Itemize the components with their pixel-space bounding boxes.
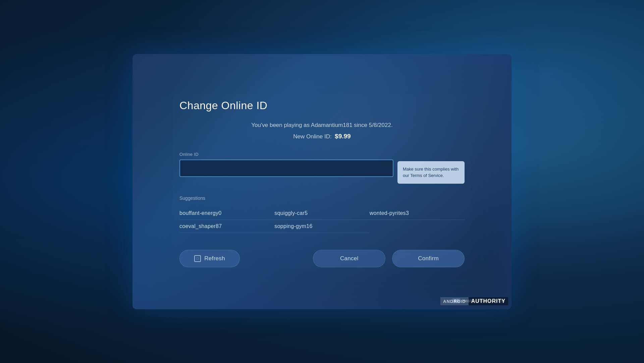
cancel-button[interactable]: Cancel — [313, 250, 385, 267]
suggestion-item-2[interactable]: wonted-pyrites3 — [370, 207, 465, 220]
watermark-suffix: AUTHORITY — [469, 297, 508, 305]
subtitle-text: You've been playing as Adamantium181 sin… — [179, 122, 465, 129]
suggestions-grid: bouffant-energy0 squiggly-car5 wonted-py… — [179, 207, 465, 233]
input-section: Online ID Make sure this complies with o… — [179, 152, 465, 184]
suggestion-item-0[interactable]: bouffant-energy0 — [179, 207, 274, 220]
square-icon: □ — [194, 255, 201, 262]
background: Change Online ID You've been playing as … — [0, 0, 644, 363]
price-value: $9.99 — [335, 133, 351, 140]
price-row: New Online ID: $9.99 — [179, 133, 465, 140]
tv-frame: Change Online ID You've been playing as … — [132, 54, 512, 309]
watermark: ANDROID AUTHORITY — [440, 297, 508, 305]
suggestions-section: Suggestions bouffant-energy0 squiggly-ca… — [179, 195, 465, 233]
refresh-label: Refresh — [204, 255, 225, 262]
suggestion-item-1[interactable]: squiggly-car5 — [274, 207, 369, 220]
confirm-button[interactable]: Confirm — [392, 250, 465, 267]
online-id-input[interactable] — [179, 160, 393, 177]
refresh-button[interactable]: □ Refresh — [179, 250, 240, 267]
suggestions-label: Suggestions — [179, 195, 465, 201]
watermark-prefix: ANDROID — [440, 297, 469, 305]
input-group: Online ID — [179, 152, 393, 177]
tooltip-box: Make sure this complies with our Terms o… — [397, 161, 465, 184]
page-title: Change Online ID — [179, 99, 465, 112]
buttons-row: □ Refresh Cancel Confirm — [179, 250, 465, 267]
suggestion-item-empty — [370, 220, 465, 233]
new-id-label: New Online ID: — [293, 133, 331, 140]
change-online-id-dialog: Change Online ID You've been playing as … — [163, 86, 481, 277]
suggestion-item-4[interactable]: sopping-gym16 — [274, 220, 369, 233]
suggestion-item-3[interactable]: coeval_shaper87 — [179, 220, 274, 233]
online-id-label: Online ID — [179, 152, 393, 157]
